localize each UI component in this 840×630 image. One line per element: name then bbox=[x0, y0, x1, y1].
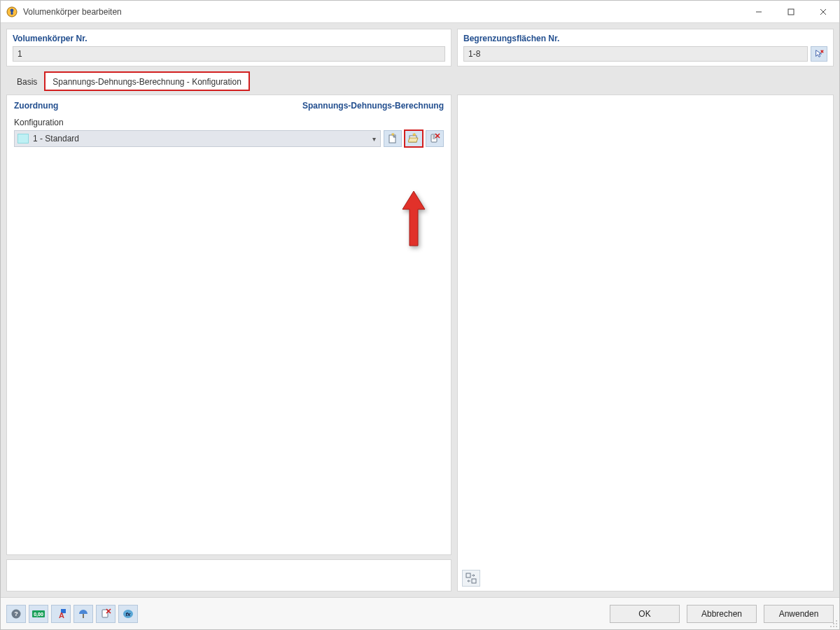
remove-clip-icon bbox=[429, 133, 440, 144]
solid-number-panel: Volumenkörper Nr. bbox=[6, 29, 451, 66]
swap-view-icon bbox=[465, 573, 477, 584]
svg-text:A: A bbox=[59, 611, 64, 620]
solid-number-label: Volumenkörper Nr. bbox=[13, 34, 445, 43]
remove-configuration-button[interactable] bbox=[426, 130, 444, 147]
new-configuration-button[interactable] bbox=[384, 130, 402, 147]
viewport-toggle-button[interactable] bbox=[462, 570, 480, 587]
edit-configuration-button[interactable] bbox=[405, 130, 423, 147]
svg-text:0,00: 0,00 bbox=[34, 612, 43, 617]
svg-rect-25 bbox=[102, 610, 108, 617]
tab-bar: Basis Spannungs-Dehnungs-Berechnung - Ko… bbox=[6, 71, 834, 90]
configuration-combo[interactable]: 1 - Standard ▾ bbox=[14, 130, 381, 147]
svg-point-30 bbox=[836, 620, 837, 622]
svg-marker-10 bbox=[408, 138, 418, 142]
svg-rect-16 bbox=[472, 579, 476, 583]
solid-number-input[interactable] bbox=[13, 46, 445, 62]
apply-button[interactable]: Anwenden bbox=[764, 605, 834, 623]
help-button[interactable]: ? bbox=[6, 605, 26, 623]
info-card bbox=[6, 559, 451, 592]
clipboard-button[interactable] bbox=[96, 605, 115, 623]
section-title-right: Spannungs-Dehnungs-Berechnung bbox=[302, 101, 444, 111]
maximize-button[interactable] bbox=[775, 1, 807, 22]
svg-point-31 bbox=[833, 623, 834, 624]
svg-point-1 bbox=[10, 8, 14, 12]
boundary-surfaces-input[interactable] bbox=[463, 46, 808, 62]
svg-point-35 bbox=[836, 626, 837, 627]
clipboard-x-icon bbox=[100, 608, 111, 620]
svg-point-32 bbox=[836, 623, 837, 624]
boundary-surfaces-label: Begrenzungsflächen Nr. bbox=[463, 34, 827, 43]
section-title-left: Zuordnung bbox=[14, 101, 58, 111]
svg-rect-2 bbox=[11, 12, 13, 15]
svg-point-34 bbox=[833, 626, 834, 627]
close-button[interactable] bbox=[807, 1, 839, 22]
text-format-icon: A bbox=[55, 608, 66, 620]
open-file-icon bbox=[408, 133, 419, 144]
content-left-column: Zuordnung Spannungs-Dehnungs-Berechnung … bbox=[6, 94, 451, 592]
configuration-value: 1 - Standard bbox=[33, 134, 79, 144]
app-icon bbox=[6, 6, 18, 18]
umbrella-icon bbox=[78, 608, 89, 620]
client-area: Volumenkörper Nr. Begrenzungsflächen Nr. bbox=[1, 23, 839, 597]
svg-text:?: ? bbox=[14, 610, 18, 617]
ok-button[interactable]: OK bbox=[610, 605, 680, 623]
units-button[interactable]: 0,00 bbox=[29, 605, 48, 623]
svg-text:fx: fx bbox=[125, 611, 131, 617]
pick-surfaces-button[interactable] bbox=[811, 46, 827, 62]
configuration-label: Konfiguration bbox=[14, 118, 444, 127]
content-row: Zuordnung Spannungs-Dehnungs-Berechnung … bbox=[6, 94, 834, 592]
svg-rect-3 bbox=[788, 9, 794, 15]
function-button[interactable]: fx bbox=[118, 605, 138, 623]
svg-point-33 bbox=[830, 626, 832, 627]
cancel-button[interactable]: Abbrechen bbox=[687, 605, 757, 623]
window-title: Volumenkörper bearbeiten bbox=[23, 7, 122, 17]
dialog-footer: ? 0,00 A bbox=[1, 597, 839, 629]
assignment-card: Zuordnung Spannungs-Dehnungs-Berechnung … bbox=[6, 94, 451, 555]
minimize-button[interactable] bbox=[743, 1, 775, 22]
dialog-window: Volumenkörper bearbeiten Volumenkörper N… bbox=[0, 0, 840, 630]
chevron-down-icon: ▾ bbox=[372, 135, 376, 143]
fx-icon: fx bbox=[122, 608, 134, 620]
new-file-icon bbox=[387, 133, 398, 144]
text-format-button[interactable]: A bbox=[51, 605, 71, 623]
units-icon: 0,00 bbox=[32, 609, 45, 619]
resize-grip-icon[interactable] bbox=[828, 618, 838, 628]
color-button[interactable] bbox=[74, 605, 93, 623]
svg-rect-15 bbox=[466, 573, 470, 578]
content-right-column bbox=[457, 94, 834, 592]
help-icon: ? bbox=[10, 608, 22, 620]
boundary-surfaces-panel: Begrenzungsflächen Nr. bbox=[457, 29, 834, 66]
tab-stress-strain-config[interactable]: Spannungs-Dehnungs-Berechnung - Konfigur… bbox=[45, 72, 249, 90]
header-fields-row: Volumenkörper Nr. Begrenzungsflächen Nr. bbox=[6, 29, 834, 66]
configuration-color-swatch bbox=[18, 134, 29, 144]
tab-basis[interactable]: Basis bbox=[9, 72, 45, 90]
titlebar: Volumenkörper bearbeiten bbox=[1, 1, 839, 23]
cursor-pick-icon bbox=[814, 49, 824, 59]
preview-viewport[interactable] bbox=[457, 94, 834, 592]
